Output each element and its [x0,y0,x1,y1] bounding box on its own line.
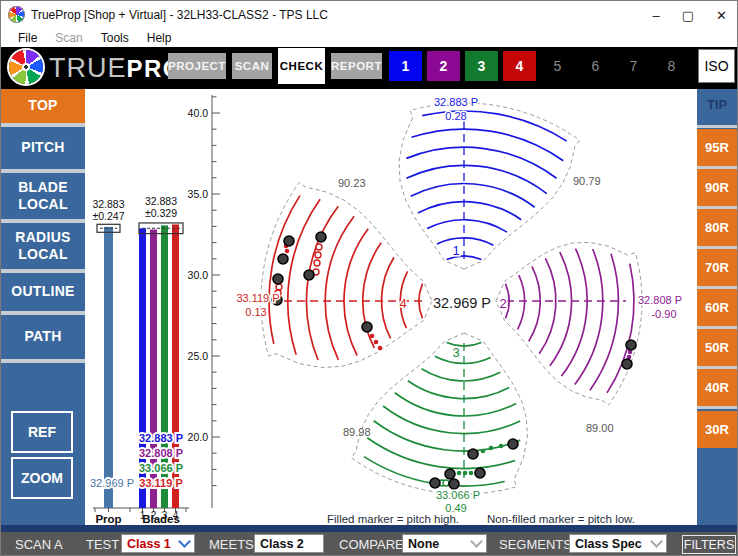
svg-text:3: 3 [452,345,459,360]
chevron-down-icon [178,535,191,548]
window-title: TrueProp [Shop + Virtual] - 32LH33-CLASS… [31,8,328,22]
blade-button-5: 5 [541,51,574,81]
svg-text:0.13: 0.13 [245,306,266,318]
svg-text:90.79: 90.79 [573,175,601,187]
blade-button-8: 8 [655,51,688,81]
legend-nonfilled: Non-filled marker = pitch low. [487,513,635,525]
menu-bar: File Scan Tools Help [1,29,737,47]
svg-text:30.0: 30.0 [188,269,209,281]
svg-text:90.23: 90.23 [338,177,366,189]
compare-label: COMPARE [339,537,404,552]
segments-dropdown[interactable]: Class Spec [569,534,667,553]
svg-text:32.808 P: 32.808 P [139,447,183,459]
tab-check[interactable]: CHECK [278,48,325,84]
svg-text:32.883: 32.883 [92,198,124,210]
svg-text:89.00: 89.00 [586,422,614,434]
prop-blade-3: 333.066 P0.49 [351,333,527,514]
svg-text:32.883: 32.883 [145,195,177,207]
left-sidebar: TOP PITCH BLADE LOCAL RADIUS LOCAL OUTLI… [1,89,85,525]
iso-button[interactable]: ISO [698,49,735,83]
radius-item-60r[interactable]: 60R [697,289,737,326]
svg-text:33.119 P: 33.119 P [139,477,182,489]
svg-text:32.883 P: 32.883 P [434,96,478,108]
svg-text:35.0: 35.0 [188,188,209,200]
radius-item-30r[interactable]: 30R [697,411,737,448]
bottom-divider [1,525,737,532]
svg-text:2: 2 [499,296,506,311]
sidebar-item-outline[interactable]: OUTLINE [1,273,85,311]
test-label: TEST [86,537,119,552]
zoom-button[interactable]: ZOOM [11,457,73,499]
chevron-down-icon [650,535,663,548]
svg-text:4: 4 [399,296,406,311]
header-band: TRUE PROP. TM PROJECT SCAN CHECK REPORT … [1,47,737,89]
meets-label: MEETS [209,537,254,552]
prop-blade-1: 132.883 P0.28 [399,96,580,269]
test-class-dropdown[interactable]: Class 1 [121,534,195,553]
radius-item-50r[interactable]: 50R [697,329,737,366]
scan-indicator: SCAN A [15,537,63,552]
svg-text:40.0: 40.0 [188,107,209,119]
prop-mean-pitch-label: 32.969 P [433,295,491,311]
sidebar-separator [697,406,737,409]
status-bar: SCAN A TEST Class 1 MEETS Class 2 COMPAR… [1,532,737,556]
svg-text:89.98: 89.98 [343,426,371,438]
marker-legend: Filled marker = pitch high. Non-filled m… [327,513,635,525]
compare-dropdown[interactable]: None [402,534,487,553]
radius-item-95r[interactable]: 95R [697,129,737,166]
meets-class-field: Class 2 [254,534,324,553]
radius-item-90r[interactable]: 90R [697,169,737,206]
svg-text:-0.90: -0.90 [651,308,676,320]
blade-button-2[interactable]: 2 [427,51,460,81]
main-plot-area: 20.025.030.035.040.032.883±0.24732.883±0… [85,89,697,525]
maximize-button[interactable]: ▢ [682,8,694,23]
prop-pitch-bar [104,227,113,508]
meets-class-value: Class 2 [260,537,318,551]
blade-button-6: 6 [579,51,612,81]
radius-item-80r[interactable]: 80R [697,209,737,246]
prop-blade-2: 232.808 P-0.90 [496,242,682,405]
svg-text:±0.247: ±0.247 [92,210,124,222]
menu-help[interactable]: Help [138,31,181,45]
trueprop-window: TrueProp [Shop + Virtual] - 32LH33-CLASS… [0,0,738,556]
title-bar: TrueProp [Shop + Virtual] - 32LH33-CLASS… [1,1,737,29]
radius-item-40r[interactable]: 40R [697,369,737,406]
trueprop-logo-icon [9,50,43,84]
segments-label: SEGMENTS [499,537,572,552]
filters-button[interactable]: FILTERS [682,535,736,554]
radius-item-70r[interactable]: 70R [697,249,737,286]
propeller-check-plot: 20.025.030.035.040.032.883±0.24732.883±0… [85,89,697,525]
svg-text:±0.329: ±0.329 [145,207,177,219]
ref-button[interactable]: REF [11,411,73,453]
sidebar-item-pitch[interactable]: PITCH [1,127,85,169]
svg-text:1: 1 [452,243,459,258]
svg-text:32.969 P: 32.969 P [90,477,134,489]
svg-text:32.883 P: 32.883 P [139,432,183,444]
pitch-bar-chart: 20.025.030.035.040.032.883±0.24732.883±0… [90,95,220,525]
tab-project[interactable]: PROJECT [168,53,226,79]
test-class-value: Class 1 [127,537,176,551]
svg-text:33.066 P: 33.066 P [139,462,183,474]
svg-text:32.808 P: 32.808 P [638,294,682,306]
sidebar-item-blade-local[interactable]: BLADE LOCAL [1,173,85,219]
sidebar-item-path[interactable]: PATH [1,315,85,359]
sidebar-separator [697,125,737,128]
svg-text:20.0: 20.0 [188,431,209,443]
blade-button-3[interactable]: 3 [465,51,498,81]
chevron-down-icon [470,535,483,548]
radius-item-tip[interactable]: TIP [697,89,737,119]
blade-button-1[interactable]: 1 [389,51,422,81]
blade-button-4[interactable]: 4 [503,51,536,81]
tab-report[interactable]: REPORT [331,53,382,79]
menu-tools[interactable]: Tools [92,31,138,45]
svg-text:33.119 P: 33.119 P [236,292,279,304]
sidebar-item-top[interactable]: TOP [1,89,85,123]
svg-text:Prop: Prop [95,513,121,525]
right-sidebar: TIP 95R 90R 80R 70R 60R 50R 40R 30R [697,89,737,525]
close-button[interactable]: ✕ [716,8,727,23]
tab-scan[interactable]: SCAN [232,53,272,79]
window-controls: – ▢ ✕ [653,1,727,29]
minimize-button[interactable]: – [653,8,660,23]
menu-file[interactable]: File [9,31,46,45]
sidebar-item-radius-local[interactable]: RADIUS LOCAL [1,223,85,269]
